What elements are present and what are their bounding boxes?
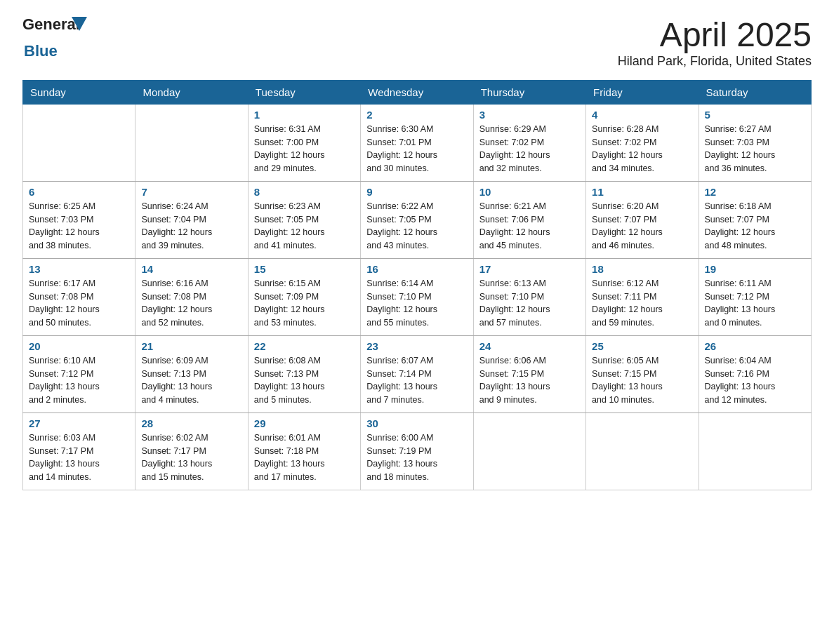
- calendar-cell: 2Sunrise: 6:30 AM Sunset: 7:01 PM Daylig…: [361, 104, 473, 181]
- calendar-cell: 30Sunrise: 6:00 AM Sunset: 7:19 PM Dayli…: [361, 412, 473, 490]
- calendar-cell: 4Sunrise: 6:28 AM Sunset: 7:02 PM Daylig…: [586, 104, 699, 181]
- day-info: Sunrise: 6:10 AM Sunset: 7:12 PM Dayligh…: [29, 354, 129, 407]
- day-number: 6: [29, 186, 129, 198]
- calendar-cell: 9Sunrise: 6:22 AM Sunset: 7:05 PM Daylig…: [361, 181, 473, 258]
- day-info: Sunrise: 6:00 AM Sunset: 7:19 PM Dayligh…: [366, 431, 467, 484]
- calendar-cell: 5Sunrise: 6:27 AM Sunset: 7:03 PM Daylig…: [699, 104, 811, 181]
- calendar-cell: [586, 412, 699, 490]
- calendar-table: SundayMondayTuesdayWednesdayThursdayFrid…: [22, 80, 812, 490]
- day-number: 28: [141, 417, 241, 429]
- day-info: Sunrise: 6:16 AM Sunset: 7:08 PM Dayligh…: [141, 277, 241, 330]
- weekday-header-tuesday: Tuesday: [248, 80, 360, 104]
- day-info: Sunrise: 6:14 AM Sunset: 7:10 PM Dayligh…: [366, 277, 467, 330]
- weekday-header-saturday: Saturday: [699, 80, 811, 104]
- day-info: Sunrise: 6:11 AM Sunset: 7:12 PM Dayligh…: [705, 277, 805, 330]
- day-number: 3: [479, 109, 580, 121]
- calendar-week-row: 27Sunrise: 6:03 AM Sunset: 7:17 PM Dayli…: [23, 412, 812, 490]
- day-number: 4: [592, 109, 692, 121]
- calendar-cell: 6Sunrise: 6:25 AM Sunset: 7:03 PM Daylig…: [23, 181, 135, 258]
- calendar-cell: 12Sunrise: 6:18 AM Sunset: 7:07 PM Dayli…: [699, 181, 811, 258]
- calendar-cell: 8Sunrise: 6:23 AM Sunset: 7:05 PM Daylig…: [248, 181, 360, 258]
- day-number: 23: [366, 340, 467, 352]
- day-info: Sunrise: 6:18 AM Sunset: 7:07 PM Dayligh…: [705, 200, 805, 253]
- weekday-header-wednesday: Wednesday: [361, 80, 473, 104]
- calendar-cell: 29Sunrise: 6:01 AM Sunset: 7:18 PM Dayli…: [248, 412, 360, 490]
- weekday-header-monday: Monday: [135, 80, 248, 104]
- logo: GeneralBlue: [22, 17, 87, 59]
- calendar-cell: 27Sunrise: 6:03 AM Sunset: 7:17 PM Dayli…: [23, 412, 135, 490]
- calendar-cell: [699, 412, 811, 490]
- day-info: Sunrise: 6:12 AM Sunset: 7:11 PM Dayligh…: [592, 277, 692, 330]
- weekday-header-row: SundayMondayTuesdayWednesdayThursdayFrid…: [23, 80, 812, 104]
- calendar-cell: 17Sunrise: 6:13 AM Sunset: 7:10 PM Dayli…: [473, 258, 585, 335]
- day-number: 17: [479, 263, 580, 275]
- day-number: 26: [705, 340, 805, 352]
- day-info: Sunrise: 6:15 AM Sunset: 7:09 PM Dayligh…: [254, 277, 355, 330]
- day-info: Sunrise: 6:01 AM Sunset: 7:18 PM Dayligh…: [254, 431, 355, 484]
- day-number: 12: [705, 186, 805, 198]
- day-number: 21: [141, 340, 241, 352]
- weekday-header-sunday: Sunday: [23, 80, 135, 104]
- day-info: Sunrise: 6:17 AM Sunset: 7:08 PM Dayligh…: [29, 277, 129, 330]
- day-info: Sunrise: 6:06 AM Sunset: 7:15 PM Dayligh…: [479, 354, 580, 407]
- day-info: Sunrise: 6:04 AM Sunset: 7:16 PM Dayligh…: [705, 354, 805, 407]
- calendar-cell: 11Sunrise: 6:20 AM Sunset: 7:07 PM Dayli…: [586, 181, 699, 258]
- weekday-header-thursday: Thursday: [473, 80, 585, 104]
- calendar-cell: [135, 104, 248, 181]
- day-number: 1: [254, 109, 355, 121]
- calendar-cell: 23Sunrise: 6:07 AM Sunset: 7:14 PM Dayli…: [361, 335, 473, 412]
- day-info: Sunrise: 6:22 AM Sunset: 7:05 PM Dayligh…: [366, 200, 467, 253]
- month-year-title: April 2025: [618, 17, 812, 54]
- day-info: Sunrise: 6:08 AM Sunset: 7:13 PM Dayligh…: [254, 354, 355, 407]
- day-number: 15: [254, 263, 355, 275]
- calendar-cell: 26Sunrise: 6:04 AM Sunset: 7:16 PM Dayli…: [699, 335, 811, 412]
- day-info: Sunrise: 6:30 AM Sunset: 7:01 PM Dayligh…: [366, 123, 467, 175]
- day-info: Sunrise: 6:23 AM Sunset: 7:05 PM Dayligh…: [254, 200, 355, 253]
- day-number: 25: [592, 340, 692, 352]
- calendar-cell: 28Sunrise: 6:02 AM Sunset: 7:17 PM Dayli…: [135, 412, 248, 490]
- day-info: Sunrise: 6:28 AM Sunset: 7:02 PM Dayligh…: [592, 123, 692, 175]
- day-number: 9: [366, 186, 467, 198]
- day-number: 5: [705, 109, 805, 121]
- day-number: 29: [254, 417, 355, 429]
- calendar-week-row: 13Sunrise: 6:17 AM Sunset: 7:08 PM Dayli…: [23, 258, 812, 335]
- day-number: 22: [254, 340, 355, 352]
- day-number: 27: [29, 417, 129, 429]
- day-number: 24: [479, 340, 580, 352]
- day-info: Sunrise: 6:27 AM Sunset: 7:03 PM Dayligh…: [705, 123, 805, 175]
- calendar-cell: [23, 104, 135, 181]
- day-info: Sunrise: 6:09 AM Sunset: 7:13 PM Dayligh…: [141, 354, 241, 407]
- calendar-cell: 16Sunrise: 6:14 AM Sunset: 7:10 PM Dayli…: [361, 258, 473, 335]
- calendar-cell: 10Sunrise: 6:21 AM Sunset: 7:06 PM Dayli…: [473, 181, 585, 258]
- calendar-cell: 14Sunrise: 6:16 AM Sunset: 7:08 PM Dayli…: [135, 258, 248, 335]
- day-info: Sunrise: 6:25 AM Sunset: 7:03 PM Dayligh…: [29, 200, 129, 253]
- day-info: Sunrise: 6:20 AM Sunset: 7:07 PM Dayligh…: [592, 200, 692, 253]
- calendar-cell: 18Sunrise: 6:12 AM Sunset: 7:11 PM Dayli…: [586, 258, 699, 335]
- calendar-cell: 22Sunrise: 6:08 AM Sunset: 7:13 PM Dayli…: [248, 335, 360, 412]
- calendar-cell: 7Sunrise: 6:24 AM Sunset: 7:04 PM Daylig…: [135, 181, 248, 258]
- day-number: 11: [592, 186, 692, 198]
- day-info: Sunrise: 6:24 AM Sunset: 7:04 PM Dayligh…: [141, 200, 241, 253]
- day-number: 20: [29, 340, 129, 352]
- day-number: 8: [254, 186, 355, 198]
- day-info: Sunrise: 6:13 AM Sunset: 7:10 PM Dayligh…: [479, 277, 580, 330]
- header-right: April 2025 Hiland Park, Florida, United …: [618, 17, 812, 69]
- day-number: 14: [141, 263, 241, 275]
- calendar-cell: 25Sunrise: 6:05 AM Sunset: 7:15 PM Dayli…: [586, 335, 699, 412]
- day-number: 10: [479, 186, 580, 198]
- calendar-cell: 13Sunrise: 6:17 AM Sunset: 7:08 PM Dayli…: [23, 258, 135, 335]
- calendar-cell: 21Sunrise: 6:09 AM Sunset: 7:13 PM Dayli…: [135, 335, 248, 412]
- calendar-cell: 19Sunrise: 6:11 AM Sunset: 7:12 PM Dayli…: [699, 258, 811, 335]
- day-number: 19: [705, 263, 805, 275]
- day-number: 16: [366, 263, 467, 275]
- day-info: Sunrise: 6:05 AM Sunset: 7:15 PM Dayligh…: [592, 354, 692, 407]
- day-number: 30: [366, 417, 467, 429]
- logo-blue-text: Blue: [24, 43, 58, 59]
- logo-triangle-icon: [72, 17, 87, 31]
- location-subtitle: Hiland Park, Florida, United States: [618, 54, 812, 69]
- day-info: Sunrise: 6:03 AM Sunset: 7:17 PM Dayligh…: [29, 431, 129, 484]
- day-info: Sunrise: 6:21 AM Sunset: 7:06 PM Dayligh…: [479, 200, 580, 253]
- calendar-week-row: 6Sunrise: 6:25 AM Sunset: 7:03 PM Daylig…: [23, 181, 812, 258]
- day-number: 13: [29, 263, 129, 275]
- day-info: Sunrise: 6:07 AM Sunset: 7:14 PM Dayligh…: [366, 354, 467, 407]
